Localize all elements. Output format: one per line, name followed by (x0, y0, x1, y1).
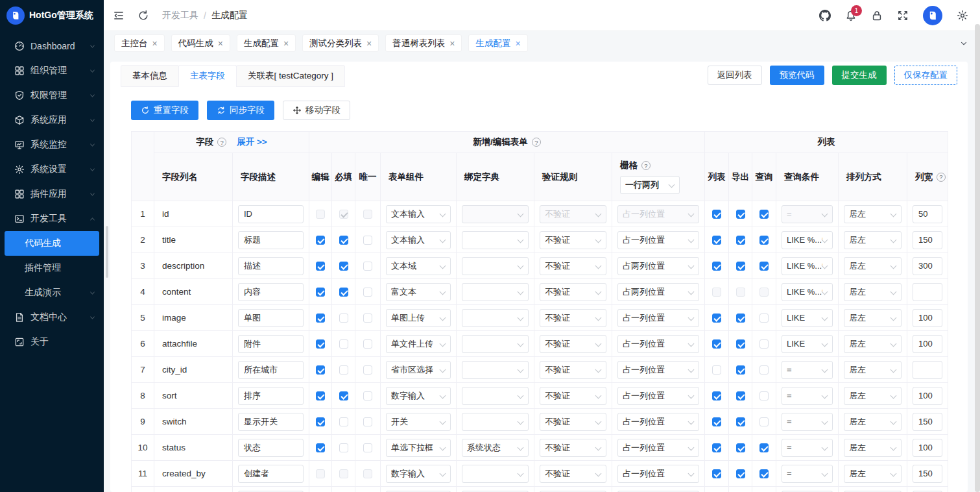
breadcrumb-item[interactable]: 开发工具 (162, 10, 198, 21)
export-checkbox[interactable] (736, 443, 745, 452)
grid-select[interactable]: 占一列位置 (617, 231, 699, 249)
sidebar-item-系统应用[interactable]: 系统应用 (0, 108, 104, 132)
component-select[interactable]: 富文本 (386, 283, 451, 301)
dict-select[interactable] (462, 465, 529, 483)
desc-input[interactable]: 内容 (238, 283, 304, 301)
component-select[interactable]: 数字输入 (386, 465, 451, 483)
validate-select[interactable]: 不验证 (540, 335, 606, 353)
width-input[interactable]: 150 (913, 231, 942, 249)
help-icon[interactable] (532, 138, 541, 147)
dict-select[interactable] (462, 413, 529, 431)
required-checkbox[interactable] (339, 365, 348, 375)
grid-select[interactable]: 占一列位置 (617, 439, 699, 457)
edit-checkbox[interactable] (316, 262, 325, 271)
close-icon[interactable] (283, 39, 289, 48)
query-checkbox[interactable] (759, 469, 769, 478)
query-checkbox[interactable] (759, 365, 769, 375)
list-checkbox[interactable] (712, 210, 721, 219)
grid-select[interactable]: 占一列位置 (617, 413, 699, 431)
align-select[interactable]: 居左 (844, 257, 902, 275)
width-input[interactable]: 150 (913, 465, 942, 483)
export-checkbox[interactable] (736, 210, 745, 219)
nav-tab-测试分类列表[interactable]: 测试分类列表 (302, 34, 379, 52)
sidebar-item-生成演示[interactable]: 生成演示 (0, 280, 104, 305)
sidebar-item-系统设置[interactable]: 系统设置 (0, 157, 104, 182)
close-icon[interactable] (515, 39, 520, 48)
query_cond-select[interactable]: LIKE %...% (782, 257, 833, 275)
lock-icon[interactable] (871, 10, 883, 21)
export-checkbox[interactable] (736, 262, 745, 271)
list-checkbox[interactable] (712, 391, 721, 400)
expand-link[interactable]: 展开 >> (237, 136, 267, 148)
fullscreen-icon[interactable] (897, 10, 909, 21)
dict-select[interactable] (462, 283, 529, 301)
required-checkbox[interactable] (339, 262, 348, 271)
required-checkbox[interactable] (339, 236, 348, 245)
sidebar-item-Dashboard[interactable]: Dashboard (0, 34, 104, 58)
grid-columns-select[interactable]: 一行两列 (620, 176, 680, 194)
list-checkbox[interactable] (712, 443, 721, 452)
component-select[interactable]: 单文件上传 (386, 335, 451, 353)
desc-input[interactable]: 标题 (238, 231, 304, 249)
nav-tab-生成配置[interactable]: 生成配置 (237, 34, 296, 52)
width-input[interactable] (913, 361, 942, 379)
align-select[interactable]: 居左 (844, 335, 902, 353)
unique-checkbox[interactable] (363, 443, 372, 452)
query_cond-select[interactable]: LIKE %...% (782, 231, 833, 249)
grid-select[interactable]: 占一列位置 (617, 361, 699, 379)
validate-select[interactable]: 不验证 (540, 309, 606, 327)
desc-input[interactable]: 描述 (238, 257, 304, 275)
query_cond-select[interactable]: = (782, 413, 833, 431)
save-config-only-button[interactable]: 仅保存配置 (894, 66, 958, 85)
width-input[interactable]: 50 (913, 205, 942, 223)
close-icon[interactable] (366, 39, 372, 48)
avatar[interactable] (923, 6, 942, 25)
edit-checkbox[interactable] (316, 236, 325, 245)
help-icon[interactable] (217, 138, 226, 147)
width-input[interactable]: 150 (913, 413, 942, 431)
sidebar-item-插件管理[interactable]: 插件管理 (0, 256, 104, 280)
unique-checkbox[interactable] (363, 262, 372, 271)
page-scrollbar-thumb[interactable] (975, 24, 980, 492)
width-input[interactable]: 300 (913, 257, 942, 275)
sidebar-item-代码生成[interactable]: 代码生成 (5, 231, 99, 256)
tab-master-fields[interactable]: 主表字段 (178, 65, 237, 87)
sync-fields-button[interactable]: 同步字段 (207, 101, 274, 120)
desc-input[interactable]: 所在城市 (238, 361, 304, 379)
desc-input[interactable]: 创建者 (238, 465, 304, 483)
preview-code-button[interactable]: 预览代码 (770, 66, 824, 85)
edit-checkbox[interactable] (316, 339, 325, 349)
github-icon[interactable] (819, 10, 831, 21)
sidebar-item-插件应用[interactable]: 插件应用 (0, 182, 104, 206)
list-checkbox[interactable] (712, 236, 721, 245)
back-to-list-button[interactable]: 返回列表 (708, 66, 762, 85)
width-input[interactable]: 100 (913, 439, 942, 457)
width-input[interactable]: 100 (913, 335, 942, 353)
tab-relation-table[interactable]: 关联表[ testCategory ] (236, 65, 345, 87)
edit-checkbox[interactable] (316, 314, 325, 323)
tab-basic-info[interactable]: 基本信息 (121, 65, 179, 87)
sidebar-item-组织管理[interactable]: 组织管理 (0, 58, 104, 83)
nav-tab-普通树表列表[interactable]: 普通树表列表 (385, 34, 462, 52)
query_cond-select[interactable]: LIKE %...% (782, 283, 833, 301)
sidebar-item-权限管理[interactable]: 权限管理 (0, 83, 104, 108)
validate-select[interactable]: 不验证 (540, 413, 606, 431)
export-checkbox[interactable] (736, 417, 745, 426)
dict-select[interactable] (462, 387, 529, 405)
query-checkbox[interactable] (759, 391, 769, 400)
export-checkbox[interactable] (736, 391, 745, 400)
edit-checkbox[interactable] (316, 288, 325, 297)
export-checkbox[interactable] (736, 339, 745, 349)
close-icon[interactable] (449, 39, 455, 48)
nav-tab-代码生成[interactable]: 代码生成 (171, 34, 230, 52)
sidebar-item-文档中心[interactable]: 文档中心 (0, 305, 104, 330)
required-checkbox[interactable] (339, 288, 348, 297)
page-scrollbar[interactable] (975, 24, 980, 492)
query_cond-select[interactable]: = (782, 361, 833, 379)
component-select[interactable]: 省市区选择 (386, 361, 451, 379)
sidebar-item-开发工具[interactable]: 开发工具 (0, 206, 104, 231)
grid-select[interactable]: 占一列位置 (617, 335, 699, 353)
desc-input[interactable]: 附件 (238, 335, 304, 353)
validate-select[interactable]: 不验证 (540, 465, 606, 483)
query_cond-select[interactable]: = (782, 439, 833, 457)
